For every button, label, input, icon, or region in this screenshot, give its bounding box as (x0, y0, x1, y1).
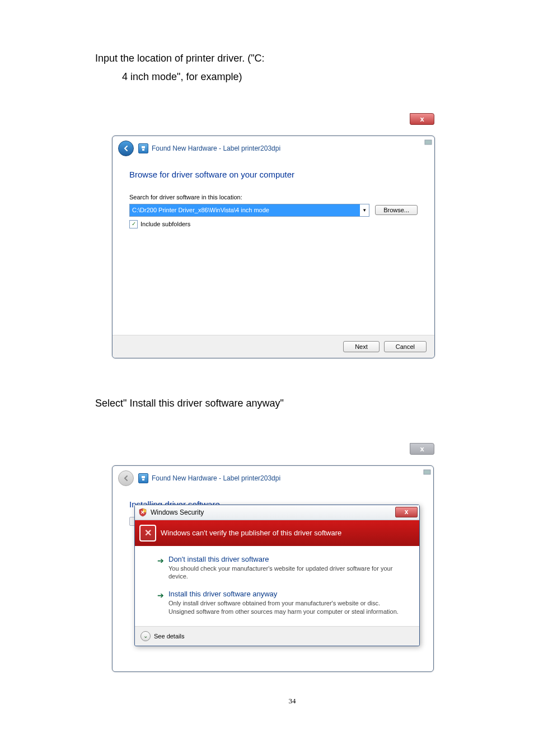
intro-line-1: Input the location of printer driver. ("… (95, 50, 489, 67)
security-titlebar: ✕ Windows Security x (135, 505, 419, 520)
browse-button[interactable]: Browse... (375, 205, 418, 215)
next-button[interactable]: Next (343, 341, 380, 352)
security-banner-text: Windows can't verify the publisher of th… (161, 529, 341, 537)
dialog-heading: Browse for driver software on your compu… (129, 170, 418, 179)
option-description: You should check your manufacturer's web… (168, 564, 406, 581)
include-subfolders-label: Include subfolders (140, 221, 190, 227)
back-arrow-icon (122, 474, 130, 482)
security-error-icon: ✕ (139, 525, 156, 542)
option-dont-install[interactable]: ➔ Don't install this driver software You… (157, 555, 406, 581)
svg-text:✕: ✕ (140, 510, 145, 515)
close-icon: x (420, 445, 424, 453)
security-banner: ✕ Windows can't verify the publisher of … (135, 520, 419, 546)
close-icon: x (405, 508, 409, 516)
svg-rect-5 (424, 470, 430, 474)
system-menu-icon (423, 468, 431, 476)
titlebar: Found New Hardware - Label printer203dpi (113, 466, 433, 489)
back-arrow-icon (122, 144, 130, 152)
security-footer: ⌄ See details (135, 626, 419, 646)
option-title: Install this driver software anyway (168, 590, 406, 598)
mid-instruction: Select" Install this driver software any… (95, 398, 489, 409)
option-install-anyway[interactable]: ➔ Install this driver software anyway On… (157, 590, 406, 616)
dialog-title: Found New Hardware - Label printer203dpi (152, 474, 280, 482)
dropdown-arrow-icon[interactable]: ▼ (360, 204, 369, 216)
include-subfolders-checkbox[interactable]: ✓ (129, 220, 138, 228)
security-close-button[interactable]: x (395, 507, 418, 517)
back-button (118, 470, 134, 486)
svg-rect-0 (142, 146, 145, 148)
page-number: 34 (95, 697, 489, 706)
search-location-label: Search for driver software in this locat… (129, 194, 418, 200)
device-icon (138, 143, 148, 153)
dialog-footer: Next Cancel (113, 335, 434, 358)
intro-line-2: 4 inch mode", for example) (122, 69, 489, 85)
close-icon: x (420, 115, 424, 123)
browse-driver-dialog: Found New Hardware - Label printer203dpi… (112, 136, 435, 358)
titlebar: Found New Hardware - Label printer203dpi (113, 136, 434, 160)
shield-icon: ✕ (138, 508, 147, 517)
svg-rect-3 (142, 476, 145, 478)
close-button[interactable]: x (410, 113, 434, 125)
back-button[interactable] (118, 141, 134, 156)
arrow-icon: ➔ (157, 591, 164, 600)
cancel-button[interactable]: Cancel (384, 341, 427, 352)
option-title: Don't install this driver software (168, 555, 406, 563)
device-icon (138, 473, 148, 483)
security-title: Windows Security (151, 508, 204, 516)
option-description: Only install driver software obtained fr… (168, 599, 406, 616)
dialog-title: Found New Hardware - Label printer203dpi (152, 144, 280, 152)
system-menu-icon (424, 138, 432, 146)
windows-security-dialog: ✕ Windows Security x ✕ Windows can't ver… (134, 505, 420, 646)
arrow-icon: ➔ (157, 556, 164, 565)
expand-chevron-icon[interactable]: ⌄ (140, 631, 151, 641)
path-value: C:\Dr200 Printer Driver_x86\WinVista\4 i… (130, 204, 360, 216)
svg-rect-1 (142, 149, 144, 151)
svg-rect-2 (425, 140, 432, 144)
close-button[interactable]: x (410, 443, 434, 455)
path-combobox[interactable]: C:\Dr200 Printer Driver_x86\WinVista\4 i… (129, 204, 369, 217)
see-details-link[interactable]: See details (154, 633, 184, 640)
svg-rect-4 (142, 479, 144, 480)
